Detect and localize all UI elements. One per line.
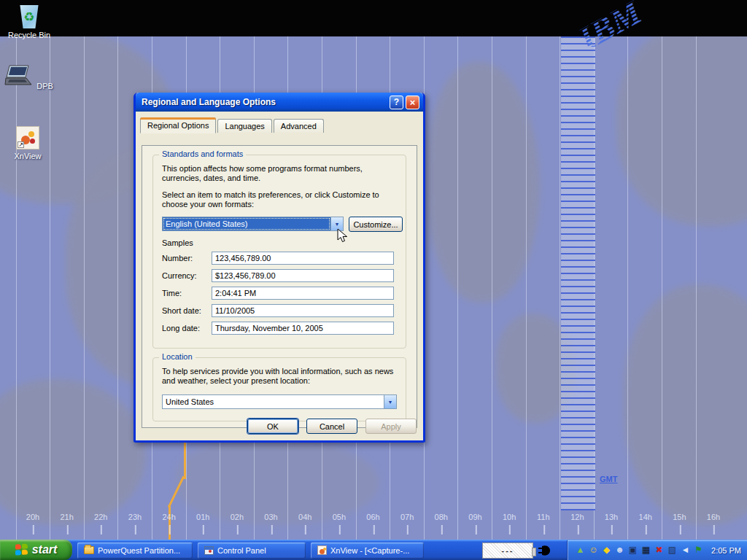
- dialog-titlebar[interactable]: Regional and Language Options ? ×: [136, 93, 423, 112]
- ac-plug-icon: [536, 544, 552, 557]
- laptop-icon: [2, 64, 34, 89]
- sample-row-short-date: Short date: 11/10/2005: [162, 304, 397, 317]
- wallpaper-top-band: IBM: [0, 0, 747, 36]
- currency-sample-field[interactable]: $123,456,789.00: [212, 269, 394, 282]
- gmt-label: GMT: [600, 475, 617, 483]
- format-combobox-value: English (United States): [163, 217, 330, 230]
- desktop-icon-dpb[interactable]: DPB: [1, 64, 54, 90]
- desktop-icon-label: XnView: [14, 152, 41, 160]
- timezone-label: 01h: [196, 513, 209, 521]
- group-caption: Location: [159, 352, 196, 361]
- recycle-bin-icon: ♻: [18, 5, 40, 28]
- customize-button[interactable]: Customize...: [349, 217, 403, 232]
- sample-label: Long date:: [162, 324, 200, 332]
- sample-row-long-date: Long date: Thursday, November 10, 2005: [162, 322, 397, 335]
- tray-app-icon[interactable]: ⚑: [693, 545, 704, 556]
- safely-remove-hardware-icon[interactable]: ▲: [575, 545, 586, 556]
- timezone-row: 20h21h22h23h24h01h02h03h04h05h06h07h08h0…: [0, 513, 747, 540]
- desktop-icon-label: DPB: [36, 82, 53, 90]
- timezone-label: 04h: [298, 513, 311, 521]
- task-button-xnview[interactable]: XnView - [<Capture-...: [311, 542, 424, 559]
- task-button-powerquest[interactable]: PowerQuest Partition...: [77, 542, 193, 559]
- timezone-label: 11h: [537, 513, 550, 521]
- timezone-label: 07h: [400, 513, 414, 521]
- long-date-sample-field[interactable]: Thursday, November 10, 2005: [212, 322, 394, 335]
- timeline-orange-line: [184, 443, 186, 479]
- task-button-label: PowerQuest Partition...: [98, 546, 180, 555]
- folder-icon: [84, 546, 94, 554]
- tab-languages[interactable]: Languages: [217, 119, 271, 133]
- ok-button[interactable]: OK: [247, 419, 298, 434]
- gmt-band: [561, 36, 595, 510]
- sample-row-number: Number: 123,456,789.00: [162, 252, 397, 265]
- samples-label: Samples: [162, 238, 400, 248]
- timezone-label: 20h: [26, 513, 39, 521]
- xnview-icon: ↗: [16, 126, 39, 149]
- timezone-label: 02h: [231, 513, 244, 521]
- svg-text:IBM: IBM: [572, 0, 649, 47]
- mouse-cursor: [337, 228, 350, 244]
- number-sample-field[interactable]: 123,456,789.00: [212, 252, 394, 265]
- timezone-label: 06h: [366, 513, 379, 521]
- help-button[interactable]: ?: [390, 96, 403, 109]
- tab-regional-options[interactable]: Regional Options: [140, 117, 216, 133]
- power-meter-area: ---: [482, 542, 552, 559]
- display-grid-icon[interactable]: ▦: [640, 545, 651, 556]
- tab-advanced[interactable]: Advanced: [274, 119, 324, 133]
- network-disconnected-icon[interactable]: ✖: [654, 545, 665, 556]
- timezone-label: 23h: [128, 513, 142, 521]
- task-button-control-panel[interactable]: Control Panel: [198, 542, 306, 559]
- offline-users-icon[interactable]: ☻: [614, 545, 625, 556]
- system-tray: ▲☺◆☻▣▦✖▨◄⚑2:05 PM: [568, 540, 747, 560]
- wireless-off-icon[interactable]: ▨: [667, 545, 678, 556]
- desktop-icon-recycle-bin[interactable]: ♻ Recycle Bin: [3, 5, 55, 39]
- battery-meter[interactable]: ---: [482, 542, 533, 559]
- close-button[interactable]: ×: [406, 96, 419, 109]
- timezone-label: 03h: [264, 513, 277, 521]
- sample-label: Short date:: [162, 306, 201, 315]
- time-sample-field[interactable]: 2:04:41 PM: [212, 287, 394, 300]
- timezone-label: 21h: [60, 513, 73, 521]
- chevron-down-icon[interactable]: ▼: [384, 395, 396, 408]
- security-alert-icon[interactable]: ◆: [601, 545, 612, 556]
- timezone-label: 15h: [673, 513, 686, 521]
- tab-page-regional-options: Standards and formats This option affect…: [142, 145, 417, 428]
- timezone-label: 22h: [94, 513, 107, 521]
- start-button[interactable]: start: [0, 540, 72, 560]
- shortcut-arrow-icon: ↗: [18, 141, 24, 148]
- location-description: To help services provide you with local …: [162, 367, 400, 386]
- desktop-icon-xnview[interactable]: ↗ XnView: [1, 126, 54, 160]
- standards-instruction: Select an item to match its preferences,…: [162, 190, 400, 209]
- timezone-label: 10h: [503, 513, 516, 521]
- tab-strip: Regional Options Languages Advanced: [140, 119, 417, 133]
- sample-row-currency: Currency: $123,456,789.00: [162, 269, 397, 282]
- regional-language-options-dialog: Regional and Language Options ? × Region…: [133, 93, 425, 443]
- volume-icon[interactable]: ◄: [680, 545, 691, 556]
- sample-label: Time:: [162, 289, 182, 298]
- sample-label: Currency:: [162, 271, 197, 280]
- dialog-button-row: OK Cancel Apply: [247, 419, 417, 434]
- access-support-icon[interactable]: ☺: [588, 545, 599, 556]
- timezone-label: 24h: [162, 513, 175, 521]
- timezone-label: 16h: [707, 513, 720, 521]
- cancel-button[interactable]: Cancel: [306, 419, 357, 434]
- network-computer-icon[interactable]: ▣: [627, 545, 638, 556]
- sample-row-time: Time: 2:04:41 PM: [162, 287, 397, 300]
- timezone-label: 14h: [639, 513, 652, 521]
- desktop-icon-label: Recycle Bin: [8, 31, 50, 39]
- timezone-label: 05h: [333, 513, 346, 521]
- task-button-label: Control Panel: [217, 546, 266, 555]
- location-combobox[interactable]: United States ▼: [162, 394, 397, 409]
- short-date-sample-field[interactable]: 11/10/2005: [212, 304, 394, 317]
- taskbar: start PowerQuest Partition... Control Pa…: [0, 540, 747, 560]
- standards-and-formats-group: Standards and formats This option affect…: [152, 155, 406, 349]
- format-combobox[interactable]: English (United States) ▼: [162, 217, 344, 231]
- dialog-title: Regional and Language Options: [142, 97, 387, 107]
- task-button-area: PowerQuest Partition... Control Panel Xn…: [77, 542, 424, 559]
- group-caption: Standards and formats: [159, 149, 246, 158]
- timezone-label: 12h: [570, 513, 584, 521]
- taskbar-clock[interactable]: 2:05 PM: [711, 546, 741, 555]
- apply-button[interactable]: Apply: [365, 419, 417, 434]
- location-combobox-value: United States: [163, 395, 384, 408]
- timezone-label: 08h: [435, 513, 448, 521]
